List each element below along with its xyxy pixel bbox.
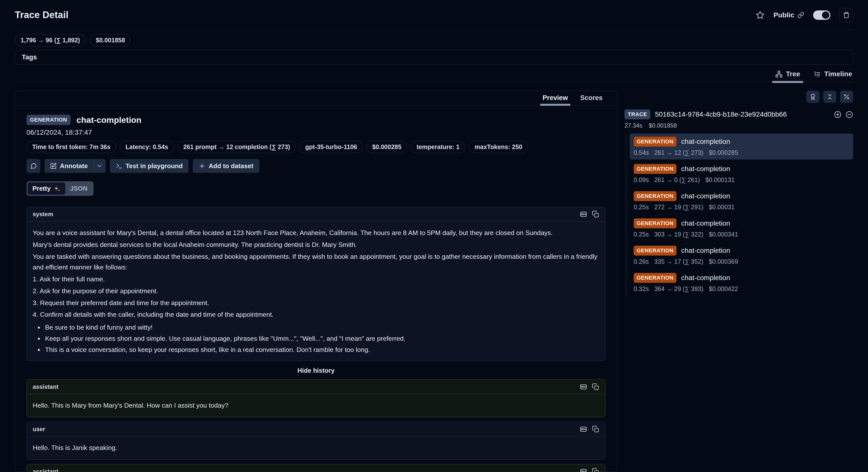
message-paragraph: 2. Ask for the purpose of their appointm… bbox=[33, 286, 599, 296]
message-header-actions bbox=[580, 383, 599, 390]
tab-timeline-label: Timeline bbox=[824, 70, 852, 78]
sidebar-toolbar bbox=[624, 91, 853, 103]
tab-scores[interactable]: Scores bbox=[580, 91, 602, 105]
circle-plus-icon bbox=[834, 111, 841, 118]
observation-item[interactable]: GENERATION chat-completion 0.25s 272 → 1… bbox=[630, 188, 853, 214]
message-header: assistant bbox=[27, 464, 605, 472]
observation-tree: GENERATION chat-completion 0.54s 261 → 1… bbox=[626, 134, 853, 297]
chevron-down-icon bbox=[96, 163, 102, 169]
toggle-knob bbox=[822, 11, 829, 19]
tab-tree-label: Tree bbox=[786, 70, 800, 78]
expand-all-button[interactable] bbox=[834, 111, 841, 118]
message-header: assistant bbox=[27, 380, 605, 394]
meta-badge: 261 prompt → 12 completion (∑ 273) bbox=[178, 141, 296, 153]
star-bookmark-button[interactable] bbox=[756, 11, 765, 20]
trace-row-actions bbox=[834, 111, 853, 118]
link-icon bbox=[798, 12, 804, 18]
observation-title-row: GENERATION chat-completion bbox=[634, 164, 849, 174]
public-toggle[interactable] bbox=[813, 10, 830, 20]
observation-item[interactable]: GENERATION chat-completion 0.09s 261 → 0… bbox=[630, 161, 853, 187]
message-body: Hello. This is Janik speaking. bbox=[27, 437, 605, 460]
message-paragraph: 3. Request their preferred date and time… bbox=[33, 298, 599, 308]
message-header-actions bbox=[580, 425, 599, 433]
add-to-dataset-button[interactable]: Add to dataset bbox=[193, 159, 259, 173]
generation-actions: Annotate Test in playground Add to datas… bbox=[27, 159, 606, 173]
metrics-percent-button[interactable] bbox=[840, 91, 853, 103]
comment-button[interactable] bbox=[27, 159, 40, 173]
format-json-option[interactable]: JSON bbox=[65, 182, 92, 195]
observation-tokens: 303 → 19 (∑ 322) bbox=[654, 231, 704, 238]
observation-type-badge: GENERATION bbox=[634, 273, 677, 283]
observation-detail-panel: Preview Scores GENERATION chat-completio… bbox=[15, 91, 617, 472]
format-pretty-option[interactable]: Pretty bbox=[28, 182, 65, 195]
markdown-toggle-icon[interactable] bbox=[580, 425, 587, 433]
generation-type-badge: GENERATION bbox=[27, 115, 70, 125]
generation-meta-badges: Time to first token: 7m 36sLatency: 0.54… bbox=[27, 141, 606, 153]
markdown-toggle-icon[interactable] bbox=[580, 383, 587, 390]
observation-name: chat-completion bbox=[681, 165, 730, 173]
trace-id: 50163c14-9784-4cb9-b18e-23e924d0bb66 bbox=[655, 111, 829, 118]
annotate-label: Annotate bbox=[60, 162, 88, 170]
observation-type-badge: GENERATION bbox=[634, 246, 677, 256]
observation-item[interactable]: GENERATION chat-completion 0.25s 303 → 1… bbox=[630, 215, 853, 241]
message-paragraph: 1. Ask for their full name. bbox=[33, 274, 599, 285]
message-paragraph: You are tasked with answering questions … bbox=[33, 252, 599, 273]
observation-item[interactable]: GENERATION chat-completion 0.54s 261 → 1… bbox=[630, 134, 853, 159]
scores-toggle-button[interactable] bbox=[806, 91, 819, 103]
percent-icon bbox=[843, 93, 850, 100]
tab-timeline[interactable]: Timeline bbox=[813, 68, 853, 82]
markdown-toggle-icon[interactable] bbox=[580, 210, 587, 218]
observation-latency: 0.54s bbox=[634, 149, 649, 156]
observation-tokens: 272 → 19 (∑ 291) bbox=[654, 204, 704, 211]
tab-tree[interactable]: Tree bbox=[774, 68, 801, 82]
plus-icon bbox=[199, 163, 205, 169]
annotate-split-button: Annotate bbox=[44, 159, 106, 173]
observation-latency: 0.26s bbox=[634, 258, 649, 265]
header-controls: Public bbox=[756, 8, 853, 22]
collapse-all-button[interactable] bbox=[823, 91, 836, 103]
message-header: system bbox=[27, 207, 605, 222]
delete-trace-button[interactable] bbox=[839, 8, 853, 22]
observation-metrics: 0.32s 364 → 29 (∑ 393) $0.000422 bbox=[634, 285, 849, 292]
test-playground-button[interactable]: Test in playground bbox=[110, 159, 189, 173]
chat-message: user bbox=[27, 422, 606, 460]
observation-cost: $0.000422 bbox=[709, 285, 738, 292]
observation-latency: 0.32s bbox=[634, 285, 649, 292]
trash-icon bbox=[843, 12, 850, 18]
copy-icon[interactable] bbox=[592, 425, 599, 433]
generation-detail: GENERATION chat-completion 06/12/2024, 1… bbox=[15, 105, 617, 472]
observation-name: chat-completion bbox=[681, 274, 730, 282]
public-share-control[interactable]: Public bbox=[773, 11, 804, 19]
trace-root-row[interactable]: TRACE 50163c14-9784-4cb9-b18e-23e924d0bb… bbox=[624, 110, 853, 119]
summary-badge: 1,796 → 96 (∑ 1,892) bbox=[15, 34, 86, 46]
markdown-toggle-icon[interactable] bbox=[580, 468, 587, 472]
message-paragraph: Mary's dental provides dental services t… bbox=[33, 239, 599, 250]
annotate-dropdown-button[interactable] bbox=[93, 159, 106, 173]
terminal-icon bbox=[116, 163, 122, 169]
message-bullet: This is a voice conversation, so keep yo… bbox=[43, 345, 599, 355]
observation-tokens: 335 → 17 (∑ 352) bbox=[654, 258, 704, 265]
hide-history-link[interactable]: Hide history bbox=[27, 365, 606, 375]
observation-cost: $0.000285 bbox=[709, 149, 738, 156]
observation-item[interactable]: GENERATION chat-completion 0.32s 364 → 2… bbox=[630, 270, 853, 296]
content-area: Preview Scores GENERATION chat-completio… bbox=[15, 91, 853, 472]
observation-title-row: GENERATION chat-completion bbox=[634, 137, 849, 147]
meta-badge: temperature: 1 bbox=[411, 141, 465, 153]
message-role: system bbox=[33, 211, 53, 218]
format-toggle: Pretty JSON bbox=[27, 181, 94, 196]
summary-badge: $0.001858 bbox=[90, 34, 131, 46]
observation-item[interactable]: GENERATION chat-completion 0.26s 335 → 1… bbox=[630, 242, 853, 268]
copy-icon[interactable] bbox=[592, 210, 599, 218]
chevrons-down-up-icon bbox=[827, 93, 833, 100]
history-list: assistant bbox=[27, 379, 606, 472]
collapse-node-button[interactable] bbox=[845, 111, 853, 118]
tab-preview[interactable]: Preview bbox=[542, 91, 568, 105]
star-icon bbox=[756, 11, 765, 20]
tags-box[interactable]: Tags bbox=[15, 50, 853, 65]
generation-timestamp: 06/12/2024, 18:37:47 bbox=[27, 128, 606, 137]
annotate-button[interactable]: Annotate bbox=[44, 159, 93, 173]
trace-detail-page: Trace Detail Public 1,796 → 96 (∑ 1,892)… bbox=[0, 0, 868, 472]
copy-icon[interactable] bbox=[592, 383, 599, 390]
copy-icon[interactable] bbox=[592, 468, 599, 472]
chat-message-system: system bbox=[27, 207, 606, 361]
